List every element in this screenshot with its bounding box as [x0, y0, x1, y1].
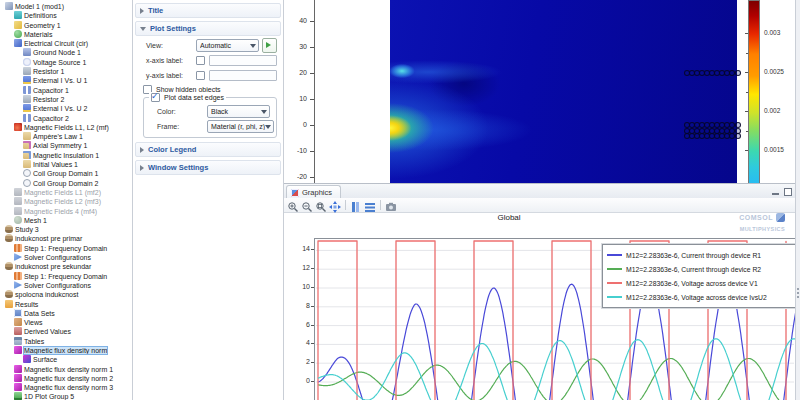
watermark-text: COMSOL — [739, 214, 773, 221]
tree-item-indukcnost-pre-primar[interactable]: indukcnost pre primar — [0, 234, 132, 243]
y-tick-label: -10 — [289, 147, 307, 154]
section-plot-settings[interactable]: Plot Settings — [135, 21, 281, 36]
tree-item-indukcnost-pre-sekundar[interactable]: indukcnost pre sekundar — [0, 262, 132, 271]
dataset-edges-checkbox[interactable] — [151, 93, 160, 102]
color-row: Color: Black — [144, 104, 276, 119]
y-tick-label: 8 — [290, 302, 310, 309]
y-tick-label: 30 — [289, 43, 307, 50]
x-axis-label-checkbox[interactable] — [196, 56, 205, 65]
dataset-icon — [14, 309, 22, 317]
zoom-out-icon[interactable] — [301, 199, 313, 211]
maximize-button[interactable] — [783, 187, 792, 196]
folder-icon — [23, 160, 31, 168]
colorbar-tick-label: 0.002 — [764, 107, 794, 114]
y-tick-label: 12 — [290, 264, 310, 271]
axis-icon[interactable] — [350, 199, 362, 211]
surface-plot-canvas[interactable] — [390, 0, 737, 183]
zoom-in-icon[interactable] — [287, 199, 299, 211]
comsol-watermark: COMSOL MULTIPHYSICS — [739, 211, 785, 233]
tree-item-magnetic-flux-density-norm-3[interactable]: Magnetic flux density norm 3 — [0, 383, 132, 392]
tree-item-capacitor-1[interactable]: Capacitor 1 — [0, 86, 132, 95]
grid-icon[interactable] — [364, 199, 376, 211]
tree-item-solver-configurations[interactable]: Solver Configurations — [0, 253, 132, 262]
tree-item-coil-group-domain-2[interactable]: Coil Group Domain 2 — [0, 179, 132, 188]
tables-icon — [14, 337, 22, 345]
tree-item-coil-group-domain-1[interactable]: Coil Group Domain 1 — [0, 169, 132, 178]
x-axis-label-input[interactable] — [209, 55, 277, 66]
tab-graphics[interactable]: Graphics — [286, 185, 341, 199]
section-window-settings[interactable]: Window Settings — [135, 160, 281, 175]
tree-item-resistor-2[interactable]: Resistor 2 — [0, 95, 132, 104]
tree-item-magnetic-flux-density-norm-2[interactable]: Magnetic flux density norm 2 — [0, 374, 132, 383]
zoom-extents-icon[interactable] — [315, 199, 327, 211]
tree-item-external-i-vs-u-2[interactable]: External I Vs. U 2 — [0, 104, 132, 113]
y-axis-label-input[interactable] — [209, 70, 277, 81]
tree-item-definitions[interactable]: Definitions — [0, 11, 132, 20]
color-label: Color: — [157, 108, 207, 115]
tree-item-amp-re-s-law-1[interactable]: Ampère's Law 1 — [0, 132, 132, 141]
go-to-view-button[interactable] — [262, 38, 277, 53]
tree-item-magnetic-fields-l1-mf2[interactable]: Magnetic Fields L1 (mf2) — [0, 188, 132, 197]
tree-item-study-3[interactable]: Study 3 — [0, 225, 132, 234]
section-title[interactable]: Title — [135, 3, 281, 18]
y-tick — [310, 125, 314, 126]
tree-item-initial-values-1[interactable]: Initial Values 1 — [0, 160, 132, 169]
y-tick-label: 6 — [290, 321, 310, 328]
zoom-box-icon[interactable] — [329, 199, 341, 211]
y-tick — [310, 21, 314, 22]
tree-item-magnetic-flux-density-norm[interactable]: Magnetic flux density norm — [0, 346, 132, 355]
tree-item-step-1-frequency-domain[interactable]: Step 1: Frequency Domain — [0, 244, 132, 253]
y-tick-label: 0 — [289, 121, 307, 128]
tree-item-spolocna-indukcnost[interactable]: spolocna indukcnost — [0, 290, 132, 299]
tree-item-electrical-circuit-cir[interactable]: Electrical Circuit (cir) — [0, 39, 132, 48]
circuit-icon — [14, 39, 22, 47]
y-tick — [311, 362, 314, 363]
legend-line-swatch — [607, 296, 622, 298]
view-dropdown[interactable]: Automatic — [196, 39, 259, 52]
tree-item-magnetic-fields-l1-l2-mf[interactable]: Magnetic Fields L1, L2 (mf) — [0, 123, 132, 132]
snapshot-icon[interactable] — [385, 199, 397, 211]
tree-item-views[interactable]: Views — [0, 318, 132, 327]
y-tick — [311, 249, 314, 250]
tree-item-magnetic-insulation-1[interactable]: Magnetic Insulation 1 — [0, 151, 132, 160]
collapsed-panel-strip[interactable] — [795, 0, 800, 400]
step-icon — [14, 272, 22, 280]
tree-item-tables[interactable]: Tables — [0, 337, 132, 346]
tree-item-model-1-mod1[interactable]: Model 1 (mod1) — [0, 2, 132, 11]
chevron-right-icon — [140, 8, 144, 14]
tree-item-step-1-frequency-domain[interactable]: Step 1: Frequency Domain — [0, 272, 132, 281]
section-color-legend[interactable]: Color Legend — [135, 142, 281, 157]
tree-item-geometry-1[interactable]: Geometry 1 — [0, 21, 132, 30]
y-axis-label-checkbox[interactable] — [196, 71, 205, 80]
tree-item-capacitor-2[interactable]: Capacitor 2 — [0, 114, 132, 123]
tree-item-data-sets[interactable]: Data Sets — [0, 309, 132, 318]
tree-item-ground-node-1[interactable]: Ground Node 1 — [0, 48, 132, 57]
tree-item-voltage-source-1[interactable]: Voltage Source 1 — [0, 58, 132, 67]
tree-item-mesh-1[interactable]: Mesh 1 — [0, 216, 132, 225]
plot-title: Global — [464, 213, 554, 222]
tree-item-magnetic-fields-4-mf4[interactable]: Magnetic Fields 4 (mf4) — [0, 207, 132, 216]
view-label: View: — [146, 42, 196, 49]
tree-item-magnetic-fields-l2-mf3[interactable]: Magnetic Fields L2 (mf3) — [0, 197, 132, 206]
coil-turn — [735, 133, 741, 139]
tree-item-1d-plot-group-5[interactable]: 1D Plot Group 5 — [0, 392, 132, 400]
tree-item-surface[interactable]: Surface — [0, 355, 132, 364]
tree-item-magnetic-flux-density-norm-1[interactable]: Magnetic flux density norm 1 — [0, 365, 132, 374]
tree-item-axial-symmetry-1[interactable]: Axial Symmetry 1 — [0, 141, 132, 150]
tree-item-resistor-1[interactable]: Resistor 1 — [0, 67, 132, 76]
resistor-icon — [23, 95, 31, 103]
y-tick — [310, 99, 314, 100]
legend-entry: M12=2.28363e-6, Voltage across device V1 — [607, 276, 794, 290]
tree-item-derived-values[interactable]: Derived Values — [0, 327, 132, 336]
study-icon — [5, 234, 13, 242]
chevron-down-icon — [250, 44, 256, 48]
tree-item-results[interactable]: Results — [0, 300, 132, 309]
color-dropdown[interactable]: Black — [207, 105, 270, 118]
minimize-button[interactable] — [771, 187, 780, 196]
tree-item-solver-configurations[interactable]: Solver Configurations — [0, 281, 132, 290]
tree-item-external-i-vs-u-1[interactable]: External I Vs. U 1 — [0, 76, 132, 85]
frame-dropdown[interactable]: Material (r, phi, z) — [207, 120, 274, 133]
tree-item-materials[interactable]: Materials — [0, 30, 132, 39]
legend-entry: M12=2.28363e-6, Current through device R… — [607, 262, 794, 276]
folder-m-icon — [23, 141, 31, 149]
